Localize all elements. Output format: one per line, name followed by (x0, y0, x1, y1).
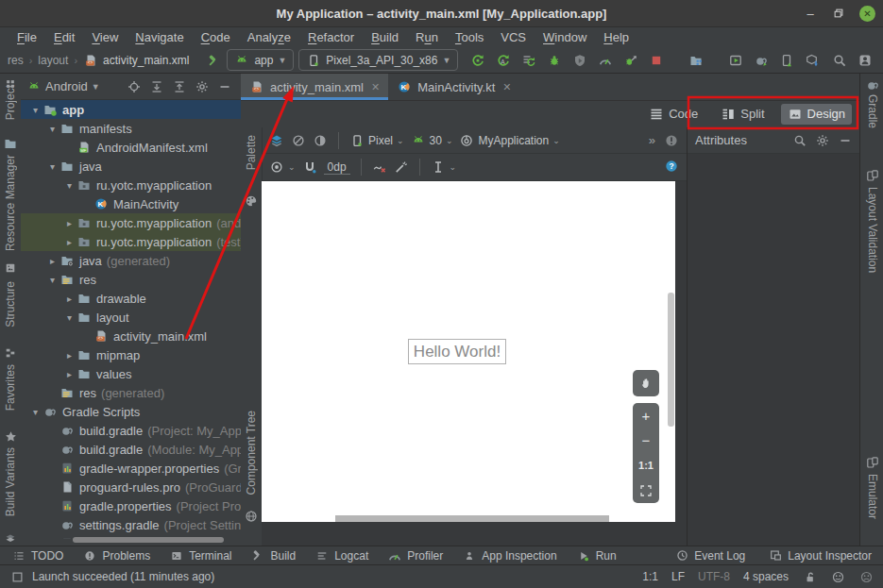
tree-item-gradle-properties[interactable]: gradle.properties(Project Properties) (21, 496, 241, 515)
design-surface[interactable]: Hello World! + − 1:1 (262, 181, 687, 546)
tree-chevron[interactable]: ▾ (45, 124, 59, 134)
tree-chevron[interactable]: ▾ (62, 312, 76, 323)
tool-window-button-profiler[interactable]: Profiler (387, 548, 443, 563)
titlebar[interactable]: My Application – activity_main.xml [My_A… (0, 0, 883, 27)
run-with-coverage-button[interactable]: A (492, 49, 515, 72)
menu-item-navigate[interactable]: Navigate (127, 30, 191, 44)
tool-window-button-event-log[interactable]: Event Log (674, 548, 745, 563)
breadcrumb-layout[interactable]: layout (38, 54, 68, 67)
tree-item-java[interactable]: ▾java (21, 157, 241, 176)
tree-item-java[interactable]: ▸java(generated) (21, 251, 241, 270)
tree-item-proguard-rules-pro[interactable]: proguard-rules.pro(ProGuard Rules for ap… (21, 478, 241, 496)
tool-window-button-problems[interactable]: Problems (82, 548, 150, 563)
tree-item-gradle-wrapper-properties[interactable]: gradle-wrapper.properties(Gradle Version… (21, 459, 241, 478)
help-icon[interactable]: ? (664, 159, 679, 174)
tree-item-ru-yotc-myapplication[interactable]: ▾ru.yotc.myapplication (21, 176, 241, 194)
tool-window-button-todo[interactable]: TODO (11, 548, 63, 563)
sdk-manager-button[interactable] (801, 49, 824, 72)
toolbar-overflow-icon[interactable]: » (649, 133, 655, 147)
gear-icon[interactable] (815, 133, 830, 148)
tree-chevron[interactable]: ▾ (45, 275, 59, 285)
search-icon[interactable] (792, 133, 807, 148)
textview-hello-world[interactable]: Hello World! (408, 339, 506, 364)
infer-constraints-icon[interactable] (394, 160, 409, 175)
zoom-out-button[interactable]: − (633, 428, 659, 454)
view-options-icon[interactable]: ⌄ (269, 160, 296, 175)
tree-item-layout[interactable]: ▾layout (21, 308, 241, 327)
menu-item-run[interactable]: Run (408, 30, 446, 44)
locate-file-icon[interactable] (124, 77, 144, 96)
tool-window-toggle-icon[interactable] (9, 569, 25, 584)
attach-debugger-button[interactable] (569, 49, 591, 72)
tree-chevron[interactable]: ▾ (45, 161, 59, 172)
tree-chevron[interactable]: ▾ (62, 180, 76, 191)
stop-button[interactable] (645, 49, 668, 72)
menu-item-vcs[interactable]: VCS (493, 30, 534, 44)
tree-item-mainactivity[interactable]: KMainActivity (21, 194, 241, 213)
sidebar-item-build-variants[interactable]: Build Variants (0, 447, 21, 516)
tree-chevron[interactable]: ▾ (28, 105, 42, 115)
restore-button[interactable] (831, 6, 846, 21)
sync-gradle-button[interactable] (750, 49, 773, 72)
mode-button-design[interactable]: Design (781, 104, 852, 125)
close-tab-icon[interactable]: ✕ (502, 81, 511, 93)
night-mode-icon[interactable] (313, 133, 328, 148)
tool-window-button-layout-inspector[interactable]: Layout Inspector (768, 548, 872, 563)
zoom-in-button[interactable]: + (633, 403, 659, 428)
zoom-reset-button[interactable]: 1:1 (633, 453, 659, 479)
file-encoding[interactable]: UTF-8 (698, 570, 730, 583)
close-tab-icon[interactable]: ✕ (371, 81, 380, 93)
avd-manager-button[interactable] (724, 49, 747, 72)
sidebar-item-structure[interactable]: Structure (0, 281, 21, 328)
sidebar-item-favorites[interactable]: Favorites (0, 364, 21, 411)
default-margin-selector[interactable]: 0dp (324, 160, 350, 175)
editor-tab-activity-main-xml[interactable]: <>activity_main.xml✕ (241, 74, 388, 100)
component-tree-tab[interactable]: Component Tree (241, 411, 262, 495)
tool-window-button-run[interactable]: Run (576, 548, 617, 563)
minimize-button[interactable]: – (803, 6, 818, 21)
device-dropdown[interactable]: Pixel_3a_API_30_x86 ▼ (298, 49, 458, 71)
hide-panel-icon[interactable] (214, 77, 235, 96)
profiler-button[interactable] (594, 49, 617, 72)
sidebar-item-project[interactable]: Project (0, 85, 21, 120)
run-config-dropdown[interactable]: app ▼ (227, 49, 294, 71)
device-selector[interactable]: Pixel⌄ (349, 133, 404, 148)
favorites-star-icon[interactable] (0, 428, 21, 444)
tool-window-button-build[interactable]: Build (251, 548, 297, 563)
tool-window-button-terminal[interactable]: Terminal (169, 548, 231, 563)
project-folder-icon[interactable] (0, 136, 21, 151)
tree-item-drawable[interactable]: ▸drawable (21, 289, 241, 308)
resource-manager-icon[interactable] (0, 260, 21, 276)
sidebar-item-layout-validation[interactable]: Layout Validation (860, 187, 883, 273)
canvas-vertical-scrollbar[interactable] (668, 293, 674, 427)
search-everywhere-button[interactable] (828, 49, 851, 72)
profile-avatar-button[interactable] (854, 49, 876, 72)
zoom-to-fit-button[interactable] (633, 479, 659, 504)
tree-chevron[interactable]: ▾ (28, 407, 42, 417)
menu-item-build[interactable]: Build (364, 30, 406, 44)
theme-selector[interactable]: MyApplication⌄ (459, 133, 559, 148)
tree-horizontal-scrollbar[interactable] (73, 537, 224, 543)
line-separator[interactable]: LF (671, 570, 685, 583)
tree-item-app[interactable]: ▾app (21, 100, 241, 119)
tree-chevron[interactable]: ▸ (62, 350, 76, 361)
structure-icon[interactable] (0, 345, 21, 361)
layout-validation-icon[interactable] (860, 168, 883, 183)
tree-item-androidmanifest-xml[interactable]: MFAndroidManifest.xml (21, 138, 241, 157)
menu-item-help[interactable]: Help (596, 30, 637, 44)
collapse-all-icon[interactable] (169, 77, 190, 96)
align-tool-icon[interactable]: ⌄ (431, 160, 457, 175)
tree-item-gradle-scripts[interactable]: ▾Gradle Scripts (21, 402, 241, 421)
menu-item-view[interactable]: View (84, 30, 126, 44)
tree-item-ru-yotc-myapplication[interactable]: ▸ru.yotc.myapplication(test) (21, 232, 241, 251)
sidebar-item-gradle[interactable]: Gradle (860, 94, 883, 128)
issues-icon[interactable] (664, 133, 679, 148)
editor-tab-mainactivity-kt[interactable]: KMainActivity.kt✕ (388, 74, 519, 100)
expand-all-icon[interactable] (146, 77, 167, 96)
project-view-selector[interactable]: Android (45, 79, 88, 93)
apply-code-changes-button[interactable] (518, 49, 540, 72)
tree-item-mipmap[interactable]: ▸mipmap (21, 345, 241, 364)
menu-item-file[interactable]: File (9, 30, 44, 44)
component-tree-icon[interactable] (241, 509, 262, 524)
indent-setting[interactable]: 4 spaces (743, 570, 789, 583)
